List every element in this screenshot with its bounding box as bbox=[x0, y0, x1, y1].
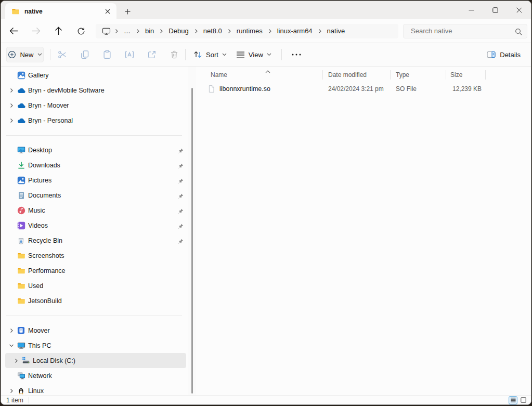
sidebar-scrollbar[interactable] bbox=[188, 67, 196, 395]
file-size: 12,239 KB bbox=[446, 81, 486, 96]
sidebar-item-used[interactable]: Used bbox=[5, 278, 186, 293]
this-pc-icon[interactable] bbox=[98, 27, 114, 35]
window-controls bbox=[459, 1, 531, 19]
view-icon bbox=[236, 51, 245, 59]
share-button[interactable] bbox=[140, 47, 163, 62]
back-button[interactable] bbox=[5, 22, 22, 40]
breadcrumb-item-linux-arm64[interactable]: linux-arm64 bbox=[273, 27, 317, 35]
up-button[interactable] bbox=[50, 22, 67, 40]
details-button[interactable]: Details bbox=[487, 47, 521, 62]
sort-button[interactable]: Sort bbox=[190, 47, 232, 62]
file-list: Name Date modified Type Size libonnxrunt… bbox=[196, 67, 531, 395]
sidebar-item-desktop[interactable]: Desktop bbox=[5, 142, 186, 158]
chevron-right-icon[interactable] bbox=[7, 88, 15, 93]
pin-icon bbox=[178, 192, 184, 201]
details-pane-icon bbox=[487, 50, 496, 59]
chevron-right-icon bbox=[159, 29, 164, 34]
breadcrumb-item-net8[interactable]: net8.0 bbox=[199, 27, 227, 35]
chevron-right-icon[interactable] bbox=[7, 388, 15, 394]
chevron-down-icon bbox=[222, 53, 227, 56]
pin-icon bbox=[178, 162, 184, 171]
plus-circle-icon bbox=[8, 50, 16, 59]
file-date-modified: 24/02/2024 3:21 pm bbox=[323, 81, 391, 96]
sidebar-item-pictures[interactable]: Pictures bbox=[5, 173, 186, 188]
breadcrumb-item-debug[interactable]: Debug bbox=[164, 27, 193, 35]
breadcrumb-overflow[interactable]: … bbox=[119, 27, 135, 35]
search-input[interactable] bbox=[404, 24, 527, 38]
sidebar-item-jetsonbuild[interactable]: JetsonBuild bbox=[5, 293, 186, 308]
file-icon bbox=[207, 85, 215, 93]
chevron-right-icon bbox=[135, 29, 140, 34]
large-icons-view-button[interactable] bbox=[519, 396, 528, 404]
sidebar-item-screenshots[interactable]: Screenshots bbox=[5, 248, 186, 263]
minimize-button[interactable] bbox=[459, 1, 483, 19]
sidebar-item-onedrive-personal[interactable]: Bryn - Personal bbox=[5, 113, 186, 128]
rename-button[interactable] bbox=[118, 47, 140, 62]
desktop-icon bbox=[17, 146, 25, 154]
column-header-size[interactable]: Size bbox=[446, 69, 486, 81]
file-row[interactable]: libonnxruntime.so 24/02/2024 3:21 pm SO … bbox=[203, 81, 531, 96]
chevron-down-icon[interactable] bbox=[7, 343, 15, 348]
cut-button[interactable] bbox=[51, 47, 73, 62]
close-window-button[interactable] bbox=[507, 1, 531, 19]
sidebar-item-videos[interactable]: Videos bbox=[5, 218, 186, 233]
clipboard-icon bbox=[102, 50, 112, 59]
pin-icon bbox=[178, 237, 184, 246]
delete-button[interactable] bbox=[163, 47, 185, 62]
command-bar: New Sort View bbox=[1, 43, 531, 67]
breadcrumb-item-bin[interactable]: bin bbox=[140, 27, 159, 35]
pin-icon bbox=[178, 147, 184, 156]
new-tab-button[interactable] bbox=[122, 6, 133, 17]
maximize-button[interactable] bbox=[483, 1, 507, 19]
chevron-right-icon bbox=[317, 29, 322, 34]
sidebar-item-network[interactable]: Network bbox=[5, 368, 186, 383]
linux-icon bbox=[17, 387, 25, 395]
sidebar-item-documents[interactable]: Documents bbox=[5, 188, 186, 203]
sort-ascending-icon bbox=[265, 66, 270, 75]
navigation-bar: … bin Debug net8.0 runtimes linux-arm64 … bbox=[1, 19, 531, 43]
sidebar-item-music[interactable]: Music bbox=[5, 203, 186, 218]
new-button[interactable]: New bbox=[6, 47, 44, 62]
this-pc-icon bbox=[17, 342, 25, 350]
sidebar-item-onedrive-moover[interactable]: Bryn - Moover bbox=[5, 98, 186, 113]
breadcrumb-item-runtimes[interactable]: runtimes bbox=[232, 27, 267, 35]
column-header-type[interactable]: Type bbox=[391, 69, 446, 81]
sidebar-item-gallery[interactable]: Gallery bbox=[5, 68, 186, 83]
copy-button[interactable] bbox=[73, 47, 96, 62]
sidebar-item-this-pc[interactable]: This PC bbox=[5, 338, 186, 353]
sidebar-item-local-disk-c[interactable]: Local Disk (C:) bbox=[5, 353, 186, 368]
column-header-date-modified[interactable]: Date modified bbox=[323, 69, 391, 81]
chevron-right-icon[interactable] bbox=[12, 358, 20, 363]
content-area: Gallery Bryn - devMobile Software Bryn -… bbox=[1, 67, 531, 395]
scrollbar-thumb[interactable] bbox=[191, 88, 193, 394]
more-options-button[interactable] bbox=[286, 47, 307, 62]
refresh-button[interactable] bbox=[72, 22, 89, 40]
sidebar-item-recycle-bin[interactable]: Recycle Bin bbox=[5, 233, 186, 248]
search-box bbox=[403, 24, 527, 38]
paste-button[interactable] bbox=[96, 47, 118, 62]
sort-icon bbox=[193, 50, 202, 59]
chevron-right-icon[interactable] bbox=[7, 328, 15, 333]
sidebar-item-moover[interactable]: Moover bbox=[5, 323, 186, 338]
videos-icon bbox=[17, 221, 25, 230]
sidebar-separator bbox=[1, 308, 188, 323]
forward-button[interactable] bbox=[28, 22, 45, 40]
tab-close-button[interactable] bbox=[103, 7, 112, 16]
sidebar-item-downloads[interactable]: Downloads bbox=[5, 158, 186, 173]
sidebar-item-performance[interactable]: Performance bbox=[5, 263, 186, 278]
details-view-button[interactable] bbox=[509, 396, 517, 404]
scissors-icon bbox=[58, 50, 67, 59]
chevron-right-icon[interactable] bbox=[7, 118, 15, 123]
column-header-name[interactable]: Name bbox=[203, 69, 323, 81]
breadcrumb-item-native[interactable]: native bbox=[322, 27, 350, 35]
breadcrumb: … bin Debug net8.0 runtimes linux-arm64 … bbox=[96, 24, 398, 38]
chevron-right-icon bbox=[193, 29, 199, 34]
chevron-right-icon[interactable] bbox=[7, 103, 15, 108]
gallery-icon bbox=[17, 71, 25, 80]
tab-native[interactable]: native bbox=[5, 3, 116, 19]
folder-icon bbox=[17, 252, 25, 260]
pin-icon bbox=[178, 177, 184, 186]
sidebar-item-onedrive-devmobile[interactable]: Bryn - devMobile Software bbox=[5, 83, 186, 98]
view-button[interactable]: View bbox=[232, 47, 277, 62]
sidebar-item-linux[interactable]: Linux bbox=[5, 383, 186, 395]
